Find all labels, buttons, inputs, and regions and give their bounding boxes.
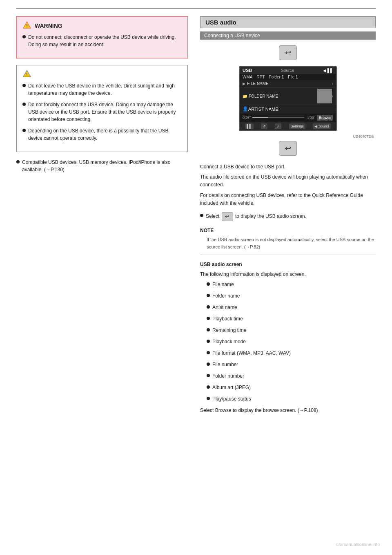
back-arrow-icon: ↩ — [285, 48, 291, 57]
caution-header: ! — [22, 69, 182, 79]
source-label: Source — [281, 68, 294, 73]
left-column: ! WARNING Do not connect, disconnect or … — [16, 16, 188, 417]
note-section: NOTE If the USB audio screen is not disp… — [200, 227, 376, 251]
inline-back-icon: ↩ — [225, 213, 229, 221]
sound-btn[interactable]: ◀ Sound — [313, 123, 331, 129]
screen-item-8: File number — [207, 361, 376, 368]
body-text-1: Compatible USB devices: USB memory devic… — [22, 159, 188, 173]
section2-title: USB audio screen — [200, 261, 376, 269]
bullet-dot — [200, 214, 203, 217]
repeat-btn[interactable]: ↺ — [261, 123, 267, 129]
page-container: ! WARNING Do not connect, disconnect or … — [0, 0, 392, 555]
caution-text-3: Depending on the USB device, there is a … — [28, 127, 182, 142]
usb-audio-title: USB audio — [200, 16, 376, 28]
file-name-label: FILE NAME — [247, 81, 332, 86]
status-icons: ◀ ▌▌ — [323, 68, 333, 73]
note-label: NOTE — [200, 227, 376, 235]
person-icon: 👤 — [243, 106, 248, 112]
signal-icon: ◀ ▌▌ — [323, 68, 333, 73]
screen-item-9: Folder number — [207, 372, 376, 380]
caution-text-1: Do not leave the USB device in the vehic… — [28, 82, 182, 97]
back-button-top[interactable]: ↩ — [279, 45, 297, 60]
caution-triangle-icon: ! — [22, 69, 31, 79]
caution-text-2: Do not forcibly connect the USB device. … — [28, 101, 182, 123]
caution-bullet-1: Do not leave the USB device in the vehic… — [22, 82, 182, 97]
bullet-dot — [22, 129, 26, 132]
back-arrow-icon-2: ↩ — [285, 144, 291, 153]
bullet-dot — [22, 103, 26, 106]
svg-text:!: ! — [26, 72, 28, 77]
progress-row: 0'25" -1'09" Browse — [240, 113, 336, 122]
folder-icon: 📁 — [243, 94, 247, 98]
chevron-right-icon: › — [332, 81, 333, 86]
album-art — [317, 89, 332, 103]
artist-name-row: 👤 ARTIST NAME — [240, 105, 336, 113]
artist-name-label: ARTIST NAME — [248, 107, 278, 112]
folder-name-label: FOLDER NAME — [249, 94, 315, 98]
back-button-bullet: Select ↩ to display the USB audio screen… — [200, 212, 376, 221]
right-body-section: Connect a USB device to the USB port. Th… — [200, 163, 376, 207]
inline-back-button[interactable]: ↩ — [222, 212, 233, 221]
screen-items-list: File name Folder name Artist name Playba… — [207, 281, 376, 403]
play-pause-btn[interactable]: ▌▌ — [245, 123, 254, 129]
chevron-right-icon-2: › — [332, 94, 333, 98]
play-icon: ▶ — [243, 81, 246, 86]
caution-bullet-3: Depending on the USB device, there is a … — [22, 127, 182, 142]
usb-bottom-bar: ▌▌ ↺ ⇄ Settings ◀ Sound — [240, 122, 336, 130]
image-label: US4040TE/b — [200, 134, 374, 139]
warning-box: ! WARNING Do not connect, disconnect or … — [16, 16, 188, 58]
folder-label: Folder 1 — [269, 75, 284, 79]
warning-label: WARNING — [35, 22, 62, 29]
rpt-label: RPT — [256, 75, 265, 79]
folder-name-row: 📁 FOLDER NAME › — [240, 87, 336, 105]
screen-item-11: Play/pause status — [207, 395, 376, 403]
warning-header: ! WARNING — [22, 21, 182, 30]
body-para-3: For details on connecting USB devices, r… — [200, 192, 376, 207]
screen-item-3: Artist name — [207, 304, 376, 311]
screen-item-6: Playback mode — [207, 338, 376, 345]
caution-bullet-2: Do not forcibly connect the USB device. … — [22, 101, 182, 123]
screen-item-4: Playback time — [207, 315, 376, 322]
back-button-bottom[interactable]: ↩ — [279, 141, 297, 156]
body-para-2: The audio file stored on the USB device … — [200, 173, 376, 189]
warning-triangle-icon: ! — [22, 21, 31, 30]
browse-button[interactable]: Browse — [317, 115, 333, 121]
screen-item-2: Folder name — [207, 292, 376, 300]
usb-screen-top-bar: USB Source ◀ ▌▌ — [240, 67, 336, 74]
file-label: File 1 — [288, 75, 298, 79]
section2-para: The following information is displayed o… — [200, 271, 376, 278]
bullet-dot — [22, 35, 26, 38]
shuffle-btn[interactable]: ⇄ — [275, 123, 281, 129]
top-rule — [16, 8, 376, 9]
section-rule — [200, 255, 376, 255]
right-column: USB audio Connecting a USB device ↩ USB … — [200, 16, 376, 417]
usb-label: USB — [243, 68, 252, 73]
progress-bar-container — [252, 117, 304, 118]
screen-item-1: File name — [207, 281, 376, 288]
usb-audio-subtitle-bar: Connecting a USB device — [200, 31, 376, 40]
back-button-text: Select ↩ to display the USB audio screen… — [206, 212, 306, 221]
watermark: carmanualsonline.info — [336, 542, 380, 547]
screen-item-7: File format (WMA, MP3, AAC, WAV) — [207, 349, 376, 357]
body-para-1: Connect a USB device to the USB port. — [200, 163, 376, 171]
caution-box: ! Do not leave the USB device in the veh… — [16, 65, 188, 152]
section3-para: Select Browse to display the browse scre… — [200, 407, 376, 414]
body-bullet-1: Compatible USB devices: USB memory devic… — [16, 159, 188, 173]
usb-screen-mockup: USB Source ◀ ▌▌ WMA RPT Folder 1 File 1 … — [239, 66, 337, 131]
time-start: 0'25" — [243, 116, 251, 120]
progress-bar-fill — [252, 117, 268, 118]
note-text: If the USB audio screen is not displayed… — [207, 236, 376, 251]
settings-btn[interactable]: Settings — [289, 123, 306, 129]
warning-bullet-1: Do not connect, disconnect or operate th… — [22, 34, 182, 48]
screen-item-5: Remaining time — [207, 327, 376, 334]
bullet-dot — [22, 84, 26, 87]
usb-audio-screen-section: USB audio screen The following informati… — [200, 261, 376, 414]
wma-label: WMA — [243, 75, 252, 79]
screen-item-10: Album art (JPEG) — [207, 384, 376, 391]
time-end: -1'09" — [306, 116, 315, 120]
usb-wma-row: WMA RPT Folder 1 File 1 — [240, 74, 336, 80]
svg-text:!: ! — [26, 23, 28, 28]
file-name-row: ▶ FILE NAME › — [240, 80, 336, 87]
bullet-dot — [16, 160, 20, 163]
two-column-layout: ! WARNING Do not connect, disconnect or … — [16, 16, 376, 417]
